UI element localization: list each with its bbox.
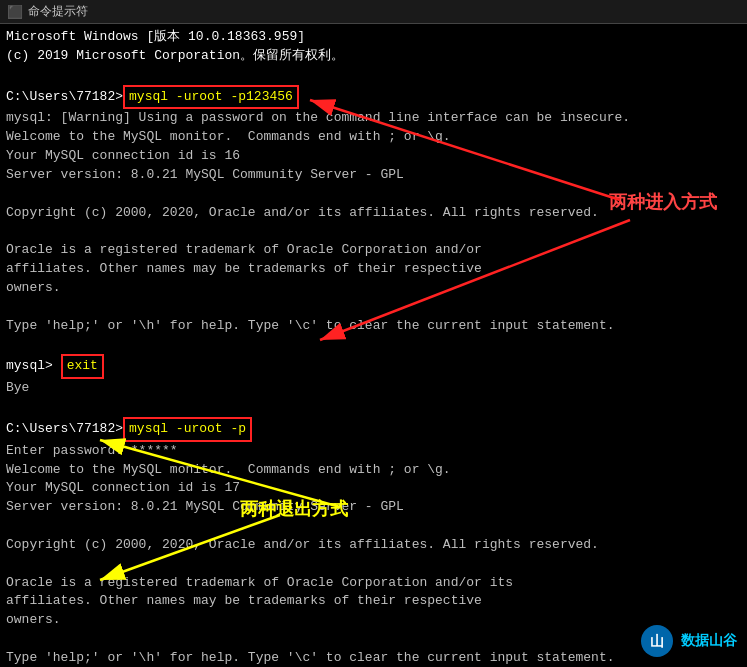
line-20 — [6, 398, 741, 417]
line-23: Welcome to the MySQL monitor. Commands e… — [6, 461, 741, 480]
line-33: Type 'help;' or '\h' for help. Type '\c'… — [6, 649, 741, 667]
line-31: owners. — [6, 611, 741, 630]
line-25: Server version: 8.0.21 MySQL Community S… — [6, 498, 741, 517]
line-18: mysql> exit — [6, 354, 741, 379]
line-13: affiliates. Other names may be trademark… — [6, 260, 741, 279]
line-22: Enter password: ****** — [6, 442, 741, 461]
terminal-window: ⬛ 命令提示符 Microsoft Windows [版本 10.0.18363… — [0, 0, 747, 667]
cmd-box-2: mysql -uroot -p — [123, 417, 252, 442]
line-7: Your MySQL connection id is 16 — [6, 147, 741, 166]
line-29: Oracle is a registered trademark of Orac… — [6, 574, 741, 593]
line-27: Copyright (c) 2000, 2020, Oracle and/or … — [6, 536, 741, 555]
terminal-content: Microsoft Windows [版本 10.0.18363.959] (c… — [0, 24, 747, 667]
line-11 — [6, 222, 741, 241]
line-28 — [6, 555, 741, 574]
line-14: owners. — [6, 279, 741, 298]
line-21: C:\Users\77182>mysql -uroot -p — [6, 417, 741, 442]
line-3 — [6, 66, 741, 85]
line-16: Type 'help;' or '\h' for help. Type '\c'… — [6, 317, 741, 336]
title-label: 命令提示符 — [28, 3, 88, 20]
line-12: Oracle is a registered trademark of Orac… — [6, 241, 741, 260]
line-17 — [6, 336, 741, 355]
line-26 — [6, 517, 741, 536]
line-1: Microsoft Windows [版本 10.0.18363.959] — [6, 28, 741, 47]
line-6: Welcome to the MySQL monitor. Commands e… — [6, 128, 741, 147]
watermark-text: 数据山谷 — [681, 632, 737, 648]
line-5: mysql: [Warning] Using a password on the… — [6, 109, 741, 128]
line-24: Your MySQL connection id is 17 — [6, 479, 741, 498]
annotation-exit: 两种退出方式 — [240, 497, 348, 521]
line-32 — [6, 630, 741, 649]
watermark: 山 数据山谷 — [641, 625, 737, 657]
line-8: Server version: 8.0.21 MySQL Community S… — [6, 166, 741, 185]
annotation-enter: 两种进入方式 — [609, 190, 717, 214]
line-30: affiliates. Other names may be trademark… — [6, 592, 741, 611]
line-4: C:\Users\77182>mysql -uroot -p123456 — [6, 85, 741, 110]
cmd-box-exit: exit — [61, 354, 104, 379]
line-2: (c) 2019 Microsoft Corporation。保留所有权利。 — [6, 47, 741, 66]
watermark-icon: 山 — [641, 625, 673, 657]
cmd-icon: ⬛ — [8, 5, 22, 19]
line-19: Bye — [6, 379, 741, 398]
title-bar: ⬛ 命令提示符 — [0, 0, 747, 24]
cmd-box-1: mysql -uroot -p123456 — [123, 85, 299, 110]
line-15 — [6, 298, 741, 317]
